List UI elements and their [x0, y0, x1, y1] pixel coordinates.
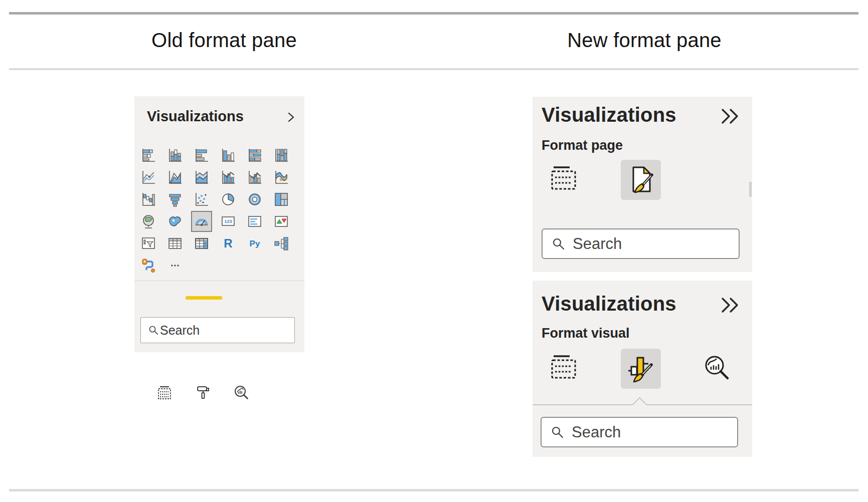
svg-text:123: 123 [224, 219, 232, 224]
visual-type-multi-row-card[interactable] [247, 213, 263, 229]
visual-type-ribbon-chart[interactable] [273, 169, 289, 185]
visual-type-route-map[interactable] [140, 258, 156, 274]
search-input[interactable] [565, 423, 737, 442]
visual-type-scatter-chart[interactable] [194, 191, 210, 207]
stacked-bar-chart-icon [140, 147, 156, 163]
double-chevron-right-icon[interactable] [719, 297, 741, 314]
chevron-right-icon[interactable] [285, 111, 297, 123]
visual-type-clustered-bar-chart[interactable] [194, 147, 210, 163]
build-button[interactable] [545, 160, 585, 200]
visual-type-line-chart[interactable] [140, 169, 156, 185]
visual-type-pie-chart[interactable] [220, 191, 236, 207]
pane-title: Visualizations [542, 293, 676, 315]
gauge-icon [194, 213, 210, 229]
clustered-column-chart-icon [220, 147, 236, 163]
visual-type-grid: 123RPy [140, 147, 289, 274]
multi-row-card-icon [247, 213, 263, 229]
format-visual-button[interactable] [621, 349, 661, 389]
search-input[interactable] [159, 323, 294, 338]
stacked-area-chart-icon [194, 169, 210, 185]
search-icon [148, 325, 159, 336]
visual-type-decomposition-tree[interactable] [273, 235, 289, 252]
clustered-bar-chart-icon [194, 147, 210, 163]
old-pane-header: Old format pane [124, 29, 324, 52]
search-icon [551, 425, 565, 439]
hundred-stacked-column-chart-icon [273, 147, 289, 163]
visual-type-python-visual[interactable]: Py [247, 235, 263, 252]
ribbon-chart-icon [273, 169, 289, 185]
pane-title: Visualizations [542, 104, 676, 126]
section-label: Format visual [542, 326, 630, 341]
slicer-icon [140, 235, 156, 252]
visual-type-stacked-area-chart[interactable] [194, 169, 210, 185]
tab-analytics[interactable] [233, 384, 251, 402]
tool-row [545, 349, 737, 389]
search-input[interactable] [566, 234, 739, 254]
search-box [541, 417, 738, 447]
visual-type-map[interactable] [140, 213, 156, 229]
selected-tab-underline [186, 296, 222, 300]
build-icon [549, 164, 581, 196]
svg-text:Py: Py [250, 239, 260, 248]
visual-type-area-chart[interactable] [167, 169, 183, 185]
format-visual-icon [625, 353, 657, 385]
visual-type-matrix[interactable] [194, 235, 210, 252]
card-icon: 123 [220, 213, 236, 229]
area-chart-icon [167, 169, 183, 185]
visual-type-kpi[interactable] [273, 213, 289, 229]
svg-text:R: R [224, 236, 232, 250]
line-chart-icon [140, 169, 156, 185]
visual-type-clustered-column-chart[interactable] [220, 147, 236, 163]
pane-title: Visualizations [147, 108, 244, 125]
hundred-stacked-bar-chart-icon [247, 147, 263, 163]
visual-type-card[interactable]: 123 [220, 213, 236, 229]
matrix-icon [194, 235, 210, 252]
visual-type-hundred-stacked-column-chart[interactable] [273, 147, 289, 163]
visual-type-table[interactable] [167, 235, 183, 252]
visual-type-line-and-stacked-column-chart[interactable] [220, 169, 236, 185]
analytics-button[interactable] [697, 349, 737, 389]
search-icon [552, 237, 566, 251]
search-box [542, 228, 740, 259]
visual-type-funnel-chart[interactable] [167, 191, 183, 207]
route-map-icon [140, 258, 156, 274]
new-format-page-pane: Visualizations Format page [533, 97, 752, 272]
visual-type-stacked-bar-chart[interactable] [140, 147, 156, 163]
tab-format[interactable] [194, 384, 212, 402]
analytics-tab-icon [233, 384, 251, 402]
visual-type-slicer[interactable] [140, 235, 156, 252]
build-button[interactable] [545, 349, 585, 389]
new-pane-header: New format pane [544, 29, 745, 52]
more-options-icon [167, 258, 183, 274]
fields-tab-icon [155, 384, 173, 402]
visual-type-treemap[interactable] [273, 191, 289, 207]
format-tab-icon [194, 384, 212, 402]
visual-type-filled-map[interactable] [167, 213, 183, 229]
visual-type-line-and-clustered-column-chart[interactable] [247, 169, 263, 185]
kpi-icon [273, 213, 289, 229]
treemap-icon [273, 191, 289, 207]
decomposition-tree-icon [273, 235, 289, 252]
pie-chart-icon [220, 191, 236, 207]
visual-type-donut-chart[interactable] [247, 191, 263, 207]
format-page-button[interactable] [621, 160, 661, 200]
top-rule [9, 12, 858, 15]
r-script-visual-icon: R [220, 235, 236, 252]
header-rule [9, 68, 858, 70]
visual-type-r-script-visual[interactable]: R [220, 235, 236, 252]
visual-type-stacked-column-chart[interactable] [167, 147, 183, 163]
line-and-clustered-column-chart-icon [247, 169, 263, 185]
visual-type-hundred-stacked-bar-chart[interactable] [247, 147, 263, 163]
bottom-rule [9, 489, 858, 491]
stacked-column-chart-icon [167, 147, 183, 163]
filled-map-icon [167, 213, 183, 229]
scatter-chart-icon [194, 191, 210, 207]
visual-type-waterfall-chart[interactable] [140, 191, 156, 207]
scrollbar-thumb[interactable] [749, 182, 752, 197]
visual-type-gauge[interactable] [194, 213, 210, 229]
section-label: Format page [542, 138, 623, 153]
visual-type-more-options[interactable] [167, 258, 183, 274]
double-chevron-right-icon[interactable] [719, 108, 741, 125]
table-icon [167, 235, 183, 252]
tab-fields[interactable] [155, 384, 173, 402]
